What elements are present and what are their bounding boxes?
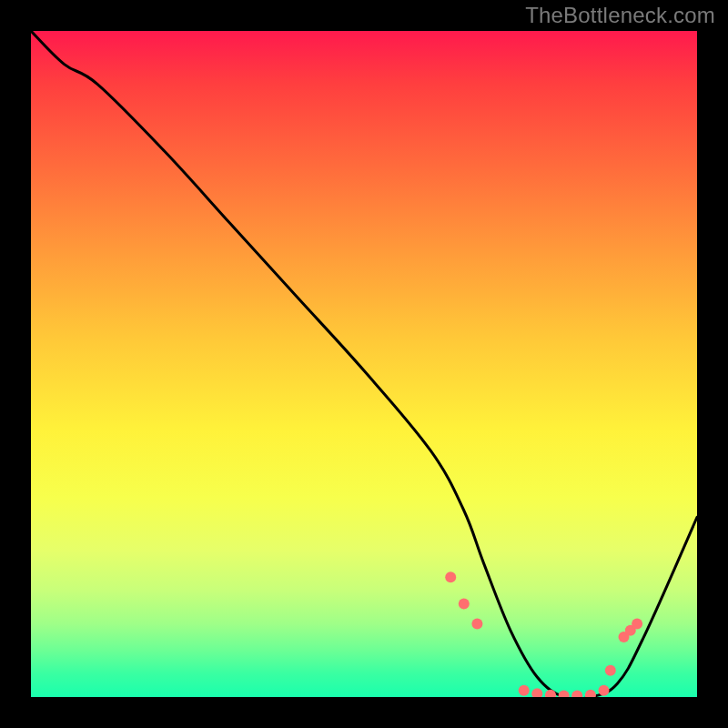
marker-dot — [445, 571, 456, 582]
marker-dot — [599, 685, 610, 696]
series-curve — [31, 31, 697, 697]
marker-dot — [545, 690, 556, 697]
series-markers — [445, 571, 642, 697]
plot-area — [31, 31, 697, 697]
marker-dot — [559, 691, 570, 698]
marker-dot — [605, 665, 616, 676]
marker-dot — [571, 691, 582, 698]
marker-dot — [459, 599, 470, 610]
marker-dot — [471, 619, 482, 630]
marker-dot — [519, 685, 530, 696]
marker-dot — [531, 688, 542, 697]
chart-svg — [31, 31, 697, 697]
marker-dot — [632, 619, 642, 630]
marker-dot — [585, 690, 596, 697]
watermark-text: TheBottleneck.com — [525, 3, 715, 28]
chart-frame: TheBottleneck.com — [0, 0, 728, 728]
